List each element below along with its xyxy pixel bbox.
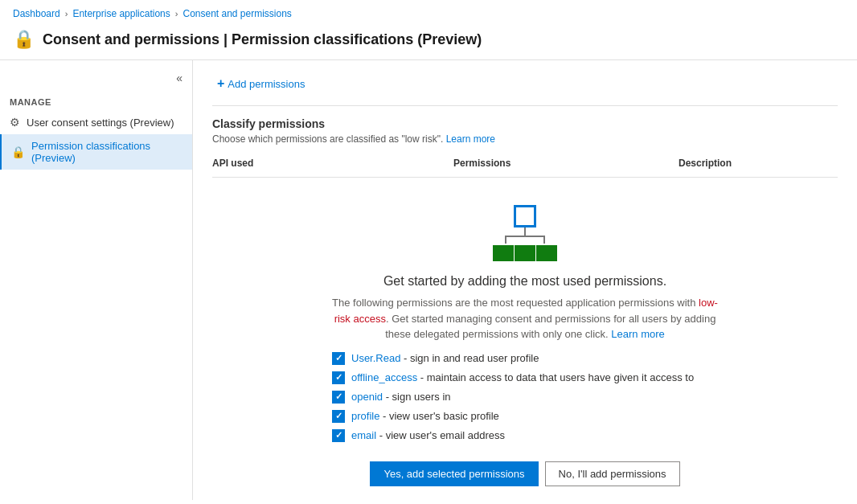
hi-bottom-mid-node <box>515 245 535 261</box>
perm-label-profile: profile - view user's basic profile <box>351 410 499 422</box>
hi-line-horizontal <box>505 236 545 237</box>
breadcrumb-dashboard[interactable]: Dashboard <box>13 8 60 19</box>
perm-label-email: email - view user's email address <box>351 429 505 441</box>
perm-checkbox-profile[interactable] <box>332 410 345 423</box>
sidebar-item-permission-label: Permission classifications (Preview) <box>31 140 182 164</box>
breadcrumb-enterprise[interactable]: Enterprise applications <box>72 8 170 19</box>
perm-label-openid: openid - sign users in <box>351 391 451 403</box>
sidebar-collapse[interactable]: « <box>0 67 192 92</box>
classify-subtitle-text: Choose which permissions are classified … <box>212 133 443 145</box>
breadcrumb: Dashboard › Enterprise applications › Co… <box>0 0 857 24</box>
sidebar-item-permission-classifications[interactable]: 🔒 Permission classifications (Preview) <box>0 134 192 170</box>
add-permissions-label: Add permissions <box>228 78 305 90</box>
collapse-button[interactable]: « <box>173 70 186 86</box>
hierarchy-icon <box>493 205 557 261</box>
classify-learn-more[interactable]: Learn more <box>446 133 495 145</box>
toolbar: + Add permissions <box>212 73 838 106</box>
empty-learn-more[interactable]: Learn more <box>611 328 664 340</box>
classify-subtitle: Choose which permissions are classified … <box>212 133 838 145</box>
yes-add-permissions-button[interactable]: Yes, add selected permissions <box>370 461 538 486</box>
plus-icon: + <box>217 76 224 91</box>
perm-checkbox-userread[interactable] <box>332 352 345 365</box>
main-layout: « Manage ⚙ User consent settings (Previe… <box>0 60 857 500</box>
empty-state-description: The following permissions are the most r… <box>332 295 718 342</box>
col-permissions: Permissions <box>453 154 679 172</box>
list-item: profile - view user's basic profile <box>332 410 499 423</box>
hi-line-right <box>543 236 545 244</box>
page-header: 🔒 Consent and permissions | Permission c… <box>0 24 857 60</box>
list-item: openid - sign users in <box>332 391 451 404</box>
sidebar-item-user-consent[interactable]: ⚙ User consent settings (Preview) <box>0 110 192 134</box>
permissions-list: User.Read - sign in and read user profil… <box>332 352 718 442</box>
gear-icon: ⚙ <box>10 116 20 129</box>
sidebar-section-manage: Manage <box>0 92 192 110</box>
breadcrumb-sep-1: › <box>65 9 68 18</box>
hi-bottom-right-node <box>536 245 557 261</box>
sidebar: « Manage ⚙ User consent settings (Previe… <box>0 60 193 500</box>
list-item: offline_access - maintain access to data… <box>332 371 694 384</box>
lock-icon-nav: 🔒 <box>11 145 25 158</box>
content-area: + Add permissions Classify permissions C… <box>193 60 857 500</box>
no-add-permissions-button[interactable]: No, I'll add permissions <box>545 461 680 486</box>
action-buttons: Yes, add selected permissions No, I'll a… <box>370 461 679 486</box>
col-description: Description <box>679 154 838 172</box>
hi-top-node <box>514 205 536 227</box>
perm-checkbox-email[interactable] <box>332 429 345 442</box>
list-item: email - view user's email address <box>332 429 505 442</box>
hi-line-vertical <box>524 227 526 236</box>
empty-state-title: Get started by adding the most used perm… <box>383 274 666 289</box>
hi-bottom-left-node <box>493 245 514 261</box>
hi-line-left <box>505 236 506 244</box>
perm-checkbox-openid[interactable] <box>332 391 345 404</box>
breadcrumb-consent[interactable]: Consent and permissions <box>182 8 291 19</box>
col-api-used: API used <box>212 154 453 172</box>
list-item: User.Read - sign in and read user profil… <box>332 352 539 365</box>
table-header: API used Permissions Description <box>212 154 838 178</box>
classify-section: Classify permissions Choose which permis… <box>212 106 838 486</box>
perm-label-offline: offline_access - maintain access to data… <box>351 371 694 383</box>
perm-checkbox-offline[interactable] <box>332 371 345 384</box>
empty-state: Get started by adding the most used perm… <box>212 181 838 486</box>
sidebar-item-user-consent-label: User consent settings (Preview) <box>27 117 174 129</box>
breadcrumb-sep-2: › <box>175 9 178 18</box>
perm-label-userread: User.Read - sign in and read user profil… <box>351 352 539 364</box>
add-permissions-button[interactable]: + Add permissions <box>212 73 310 94</box>
page-title: Consent and permissions | Permission cla… <box>43 31 482 48</box>
classify-title: Classify permissions <box>212 117 838 130</box>
lock-icon: 🔒 <box>13 29 35 50</box>
